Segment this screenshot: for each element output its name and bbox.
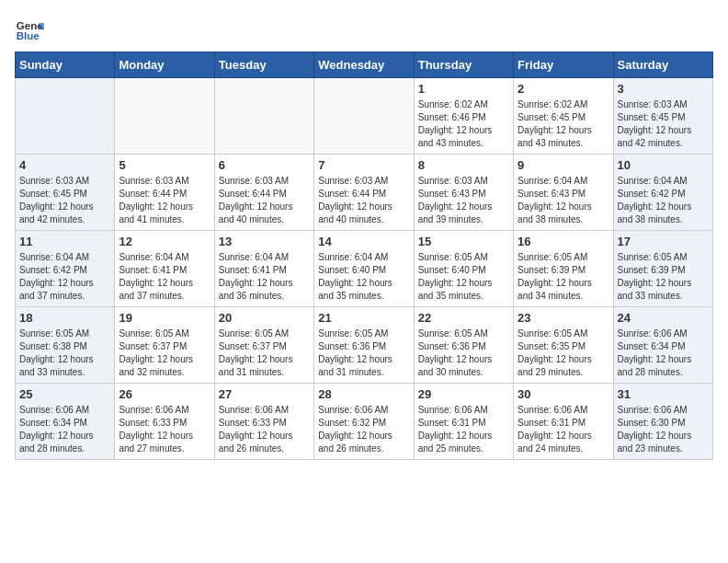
calendar-cell: 20Sunrise: 6:05 AMSunset: 6:37 PMDayligh… (214, 307, 313, 384)
day-info: Sunrise: 6:05 AMSunset: 6:39 PMDaylight:… (518, 251, 609, 303)
day-info: Sunrise: 6:06 AMSunset: 6:31 PMDaylight:… (518, 404, 609, 455)
calendar-cell: 9Sunrise: 6:04 AMSunset: 6:43 PMDaylight… (514, 155, 613, 231)
day-info: Sunrise: 6:05 AMSunset: 6:37 PMDaylight:… (219, 327, 310, 379)
calendar-cell (314, 78, 414, 155)
day-info: Sunrise: 6:05 AMSunset: 6:37 PMDaylight:… (119, 327, 210, 379)
day-number: 19 (119, 311, 210, 325)
day-number: 25 (19, 387, 110, 401)
calendar-cell: 21Sunrise: 6:05 AMSunset: 6:36 PMDayligh… (314, 307, 414, 384)
day-info: Sunrise: 6:06 AMSunset: 6:31 PMDaylight:… (418, 404, 509, 455)
day-number: 2 (518, 82, 609, 96)
day-info: Sunrise: 6:06 AMSunset: 6:33 PMDaylight:… (219, 404, 310, 455)
day-number: 14 (318, 235, 409, 248)
weekday-header-tuesday: Tuesday (214, 52, 313, 78)
day-number: 17 (618, 235, 709, 248)
day-number: 6 (219, 158, 310, 172)
calendar-cell: 3Sunrise: 6:03 AMSunset: 6:45 PMDaylight… (613, 78, 712, 155)
day-number: 8 (418, 158, 509, 172)
day-info: Sunrise: 6:06 AMSunset: 6:33 PMDaylight:… (119, 404, 210, 455)
logo: General Blue (15, 15, 48, 44)
svg-text:Blue: Blue (17, 30, 40, 41)
calendar-cell: 31Sunrise: 6:06 AMSunset: 6:30 PMDayligh… (613, 384, 712, 460)
day-info: Sunrise: 6:05 AMSunset: 6:36 PMDaylight:… (418, 327, 509, 379)
day-info: Sunrise: 6:02 AMSunset: 6:46 PMDaylight:… (418, 98, 509, 150)
calendar-cell: 17Sunrise: 6:05 AMSunset: 6:39 PMDayligh… (613, 231, 712, 307)
day-info: Sunrise: 6:05 AMSunset: 6:38 PMDaylight:… (19, 327, 110, 379)
day-number: 21 (318, 311, 409, 325)
day-info: Sunrise: 6:03 AMSunset: 6:44 PMDaylight:… (318, 175, 409, 226)
day-number: 12 (119, 235, 210, 248)
calendar-cell: 7Sunrise: 6:03 AMSunset: 6:44 PMDaylight… (314, 155, 414, 231)
day-info: Sunrise: 6:04 AMSunset: 6:41 PMDaylight:… (219, 251, 310, 303)
day-info: Sunrise: 6:03 AMSunset: 6:43 PMDaylight:… (418, 175, 509, 226)
calendar-cell: 22Sunrise: 6:05 AMSunset: 6:36 PMDayligh… (414, 307, 513, 384)
weekday-header-friday: Friday (514, 52, 613, 78)
day-info: Sunrise: 6:06 AMSunset: 6:34 PMDaylight:… (19, 404, 110, 455)
day-info: Sunrise: 6:04 AMSunset: 6:40 PMDaylight:… (318, 251, 409, 303)
calendar-cell: 23Sunrise: 6:05 AMSunset: 6:35 PMDayligh… (514, 307, 613, 384)
weekday-header-saturday: Saturday (613, 52, 712, 78)
calendar-cell: 12Sunrise: 6:04 AMSunset: 6:41 PMDayligh… (115, 231, 214, 307)
calendar-cell: 4Sunrise: 6:03 AMSunset: 6:45 PMDaylight… (16, 155, 115, 231)
day-number: 23 (518, 311, 609, 325)
day-info: Sunrise: 6:04 AMSunset: 6:42 PMDaylight:… (19, 251, 110, 303)
calendar-cell: 25Sunrise: 6:06 AMSunset: 6:34 PMDayligh… (16, 384, 115, 460)
day-info: Sunrise: 6:03 AMSunset: 6:44 PMDaylight:… (219, 175, 310, 226)
calendar-cell: 27Sunrise: 6:06 AMSunset: 6:33 PMDayligh… (214, 384, 313, 460)
day-number: 20 (219, 311, 310, 325)
day-info: Sunrise: 6:03 AMSunset: 6:45 PMDaylight:… (19, 175, 110, 226)
calendar-cell: 8Sunrise: 6:03 AMSunset: 6:43 PMDaylight… (414, 155, 513, 231)
day-info: Sunrise: 6:04 AMSunset: 6:41 PMDaylight:… (119, 251, 210, 303)
calendar-cell: 14Sunrise: 6:04 AMSunset: 6:40 PMDayligh… (314, 231, 414, 307)
calendar-cell: 2Sunrise: 6:02 AMSunset: 6:45 PMDaylight… (514, 78, 613, 155)
day-number: 3 (618, 82, 709, 96)
day-number: 24 (618, 311, 709, 325)
day-number: 9 (518, 158, 609, 172)
day-number: 10 (618, 158, 709, 172)
calendar-cell: 28Sunrise: 6:06 AMSunset: 6:32 PMDayligh… (314, 384, 414, 460)
day-number: 31 (618, 387, 709, 401)
weekday-header-wednesday: Wednesday (314, 52, 414, 78)
calendar-cell: 5Sunrise: 6:03 AMSunset: 6:44 PMDaylight… (115, 155, 214, 231)
calendar-cell: 11Sunrise: 6:04 AMSunset: 6:42 PMDayligh… (16, 231, 115, 307)
logo-icon: General Blue (15, 15, 44, 44)
weekday-header-thursday: Thursday (414, 52, 513, 78)
calendar-cell: 19Sunrise: 6:05 AMSunset: 6:37 PMDayligh… (115, 307, 214, 384)
calendar-cell: 15Sunrise: 6:05 AMSunset: 6:40 PMDayligh… (414, 231, 513, 307)
calendar-cell: 16Sunrise: 6:05 AMSunset: 6:39 PMDayligh… (514, 231, 613, 307)
calendar-cell: 1Sunrise: 6:02 AMSunset: 6:46 PMDaylight… (414, 78, 513, 155)
weekday-header-monday: Monday (115, 52, 214, 78)
day-number: 4 (19, 158, 110, 172)
weekday-header-sunday: Sunday (16, 52, 115, 78)
day-number: 7 (318, 158, 409, 172)
day-info: Sunrise: 6:06 AMSunset: 6:32 PMDaylight:… (318, 404, 409, 455)
day-number: 15 (418, 235, 509, 248)
calendar-cell: 26Sunrise: 6:06 AMSunset: 6:33 PMDayligh… (115, 384, 214, 460)
calendar-cell: 30Sunrise: 6:06 AMSunset: 6:31 PMDayligh… (514, 384, 613, 460)
day-number: 5 (119, 158, 210, 172)
day-info: Sunrise: 6:02 AMSunset: 6:45 PMDaylight:… (518, 98, 609, 150)
day-number: 27 (219, 387, 310, 401)
day-info: Sunrise: 6:05 AMSunset: 6:40 PMDaylight:… (418, 251, 509, 303)
day-number: 13 (219, 235, 310, 248)
calendar-table: SundayMondayTuesdayWednesdayThursdayFrid… (15, 52, 713, 460)
day-info: Sunrise: 6:03 AMSunset: 6:45 PMDaylight:… (618, 98, 709, 150)
day-number: 1 (418, 82, 509, 96)
calendar-cell: 6Sunrise: 6:03 AMSunset: 6:44 PMDaylight… (214, 155, 313, 231)
day-number: 22 (418, 311, 509, 325)
day-number: 30 (518, 387, 609, 401)
header: General Blue (15, 15, 713, 44)
calendar-cell: 29Sunrise: 6:06 AMSunset: 6:31 PMDayligh… (414, 384, 513, 460)
day-info: Sunrise: 6:05 AMSunset: 6:35 PMDaylight:… (518, 327, 609, 379)
day-info: Sunrise: 6:05 AMSunset: 6:36 PMDaylight:… (318, 327, 409, 379)
day-number: 29 (418, 387, 509, 401)
calendar-cell (115, 78, 214, 155)
calendar-cell: 10Sunrise: 6:04 AMSunset: 6:42 PMDayligh… (613, 155, 712, 231)
day-info: Sunrise: 6:06 AMSunset: 6:34 PMDaylight:… (618, 327, 709, 379)
day-number: 18 (19, 311, 110, 325)
calendar-cell: 13Sunrise: 6:04 AMSunset: 6:41 PMDayligh… (214, 231, 313, 307)
calendar-cell (16, 78, 115, 155)
day-info: Sunrise: 6:05 AMSunset: 6:39 PMDaylight:… (618, 251, 709, 303)
day-number: 26 (119, 387, 210, 401)
calendar-cell (214, 78, 313, 155)
